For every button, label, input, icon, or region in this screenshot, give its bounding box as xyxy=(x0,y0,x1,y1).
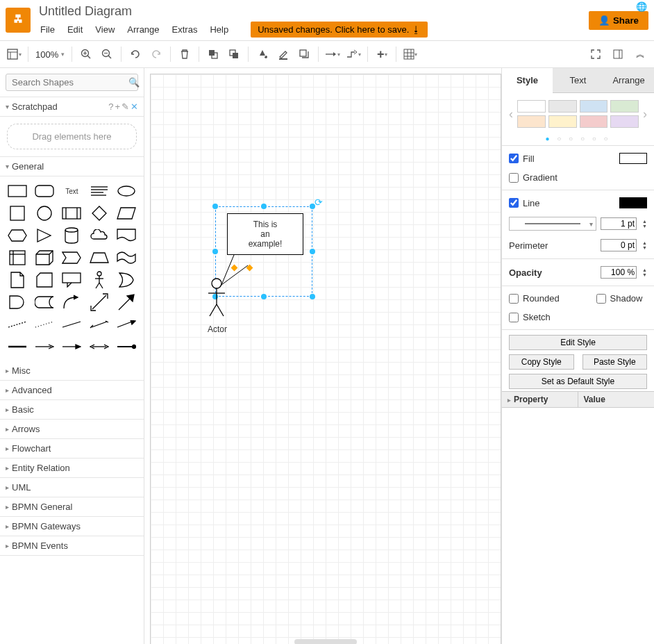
shape-card[interactable] xyxy=(33,271,56,289)
tab-arrange[interactable]: Arrange xyxy=(603,68,654,93)
connection-style-button[interactable]: ▾ xyxy=(323,44,342,64)
shape-square[interactable] xyxy=(6,204,28,222)
fill-checkbox[interactable] xyxy=(509,154,519,163)
line-width-input[interactable] xyxy=(601,217,637,230)
shape-line-dashed[interactable] xyxy=(6,315,28,333)
swatch-yellow[interactable] xyxy=(548,115,577,128)
swatch-orange[interactable] xyxy=(517,115,546,128)
scratchpad-section[interactable]: ▾ Scratchpad ? + ✎ ✕ xyxy=(0,97,144,117)
fullscreen-button[interactable] xyxy=(586,44,605,64)
format-panel-button[interactable] xyxy=(608,44,628,64)
collapse-panel-button[interactable]: ︽ xyxy=(630,44,650,64)
property-table-header[interactable]: ▸Property Value xyxy=(502,391,654,408)
to-back-button[interactable] xyxy=(224,44,244,64)
edit-style-button[interactable]: Edit Style xyxy=(509,335,647,350)
unsaved-changes-banner[interactable]: Unsaved changes. Click here to save. ⭳ xyxy=(251,22,428,38)
category-arrows[interactable]: ▸Arrows xyxy=(0,420,144,439)
shape-arrow-thin-bi[interactable] xyxy=(87,338,110,356)
language-icon[interactable]: 🌐 xyxy=(636,1,647,12)
shape-arrow-round[interactable] xyxy=(115,338,138,356)
category-uml[interactable]: ▸UML xyxy=(0,478,144,497)
shape-triangle[interactable] xyxy=(33,226,56,245)
shape-rounded-rect[interactable] xyxy=(33,182,56,200)
add-icon[interactable]: + xyxy=(115,101,120,112)
edit-icon[interactable]: ✎ xyxy=(121,101,129,112)
line-color-button[interactable] xyxy=(274,44,293,64)
resize-handle-se[interactable] xyxy=(310,294,315,299)
shape-parallelogram[interactable] xyxy=(115,204,138,222)
shape-text[interactable]: Text xyxy=(60,182,83,200)
menu-help[interactable]: Help xyxy=(208,23,230,36)
paste-style-button[interactable]: Paste Style xyxy=(582,354,648,370)
shape-actor[interactable] xyxy=(87,271,110,289)
swatch-gray[interactable] xyxy=(548,100,577,113)
canvas[interactable]: ⟳ This is an example! Actor xyxy=(150,74,501,644)
actor-shape[interactable] xyxy=(206,278,227,320)
shape-cylinder[interactable] xyxy=(60,226,83,245)
delete-button[interactable] xyxy=(175,44,194,64)
swatch-blue[interactable] xyxy=(580,100,608,113)
shape-rectangle[interactable] xyxy=(6,182,28,200)
zoom-in-button[interactable] xyxy=(76,44,96,64)
shape-callout[interactable] xyxy=(60,271,83,289)
rounded-checkbox[interactable] xyxy=(509,294,519,304)
swatch-purple[interactable] xyxy=(610,115,639,128)
resize-handle-s[interactable] xyxy=(261,294,267,299)
scratchpad-dropzone[interactable]: Drag elements here xyxy=(7,124,137,149)
table-button[interactable]: ▾ xyxy=(401,44,420,64)
shape-bidir-arrow[interactable] xyxy=(87,293,110,311)
swatch-red[interactable] xyxy=(580,115,608,128)
fill-color-chip[interactable] xyxy=(619,153,647,164)
menu-edit[interactable]: Edit xyxy=(66,23,84,36)
category-basic[interactable]: ▸Basic xyxy=(0,400,144,420)
shape-arrow-open[interactable] xyxy=(33,338,56,356)
general-section[interactable]: ▾ General xyxy=(0,156,144,176)
shape-process[interactable] xyxy=(60,204,83,222)
swatch-prev[interactable]: ‹ xyxy=(509,107,513,122)
zoom-select[interactable]: 100% ▾ xyxy=(33,48,67,61)
line-color-chip[interactable] xyxy=(619,197,647,208)
shape-cube[interactable] xyxy=(33,249,56,267)
shape-arrow-curve[interactable] xyxy=(60,293,83,311)
menu-extras[interactable]: Extras xyxy=(171,23,199,36)
shape-arrow-solid[interactable] xyxy=(60,338,83,356)
swatch-next[interactable]: › xyxy=(643,107,647,122)
app-logo[interactable] xyxy=(6,8,31,33)
category-bpmn-general[interactable]: ▸BPMN General xyxy=(0,497,144,517)
shape-circle[interactable] xyxy=(33,204,56,222)
search-shapes-input[interactable]: 🔍 xyxy=(6,74,138,91)
shape-tape[interactable] xyxy=(115,249,138,267)
resize-handle-n[interactable] xyxy=(261,204,267,209)
help-icon[interactable]: ? xyxy=(108,101,113,112)
note-shape[interactable]: This is an example! xyxy=(227,213,303,255)
page-view-button[interactable]: ▾ xyxy=(4,44,24,64)
tab-text[interactable]: Text xyxy=(553,68,603,93)
line-checkbox[interactable] xyxy=(509,198,519,208)
actor-label[interactable]: Actor xyxy=(208,324,227,334)
shape-cloud[interactable] xyxy=(87,226,110,245)
redo-button[interactable] xyxy=(146,44,166,64)
shape-line[interactable] xyxy=(60,315,83,333)
line-width-spinner[interactable]: ▲▼ xyxy=(642,219,647,229)
undo-button[interactable] xyxy=(126,44,145,64)
shape-trapezoid[interactable] xyxy=(87,249,110,267)
shape-internal-storage[interactable] xyxy=(6,249,28,267)
shape-hexagon[interactable] xyxy=(6,226,28,245)
category-bpmn-gateways[interactable]: ▸BPMN Gateways xyxy=(0,517,144,536)
close-icon[interactable]: ✕ xyxy=(131,101,138,112)
shape-note[interactable] xyxy=(6,271,28,289)
shape-and[interactable] xyxy=(6,293,28,311)
shape-arrow-thick[interactable] xyxy=(115,293,138,311)
rotate-handle[interactable]: ⟳ xyxy=(315,197,323,208)
shape-link[interactable] xyxy=(6,338,28,356)
shape-document[interactable] xyxy=(115,226,138,245)
opacity-spinner[interactable]: ▲▼ xyxy=(642,267,647,277)
zoom-out-button[interactable] xyxy=(97,44,117,64)
perimeter-input[interactable] xyxy=(601,239,637,251)
fill-color-button[interactable] xyxy=(253,44,272,64)
shape-or[interactable] xyxy=(115,271,138,289)
menu-view[interactable]: View xyxy=(94,23,116,36)
perimeter-spinner[interactable]: ▲▼ xyxy=(642,240,647,250)
shape-data-storage[interactable] xyxy=(33,293,56,311)
category-bpmn-events[interactable]: ▸BPMN Events xyxy=(0,536,144,556)
